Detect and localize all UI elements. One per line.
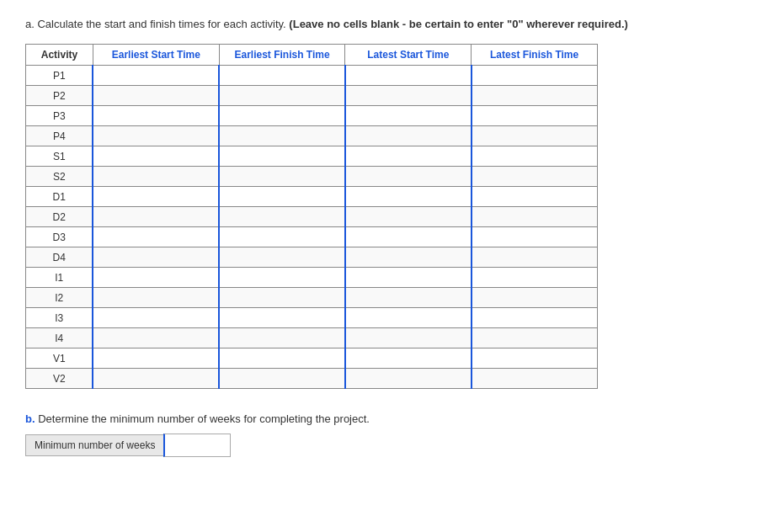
earliest-finish-input[interactable] xyxy=(220,126,344,146)
latest-finish-input[interactable] xyxy=(472,187,597,206)
earliest-finish-input[interactable] xyxy=(220,187,344,206)
earliest-finish-cell[interactable] xyxy=(219,86,345,106)
latest-finish-cell[interactable] xyxy=(472,369,598,389)
earliest-finish-input[interactable] xyxy=(220,328,344,348)
earliest-start-cell[interactable] xyxy=(93,308,219,328)
earliest-start-cell[interactable] xyxy=(93,247,219,268)
earliest-finish-cell[interactable] xyxy=(219,66,345,86)
earliest-start-input[interactable] xyxy=(93,288,218,307)
earliest-finish-input[interactable] xyxy=(220,207,344,226)
latest-start-cell[interactable] xyxy=(345,308,472,328)
earliest-start-cell[interactable] xyxy=(93,187,219,207)
latest-finish-input[interactable] xyxy=(472,369,597,388)
latest-start-cell[interactable] xyxy=(345,348,472,369)
latest-start-input[interactable] xyxy=(346,106,471,125)
latest-start-cell[interactable] xyxy=(345,86,472,106)
latest-finish-input[interactable] xyxy=(472,268,597,287)
latest-finish-input[interactable] xyxy=(472,288,597,307)
earliest-finish-cell[interactable] xyxy=(219,308,345,328)
earliest-start-input[interactable] xyxy=(93,247,218,267)
latest-finish-input[interactable] xyxy=(472,247,597,267)
earliest-finish-input[interactable] xyxy=(220,86,344,105)
latest-finish-input[interactable] xyxy=(472,348,597,368)
latest-start-cell[interactable] xyxy=(345,66,472,86)
earliest-finish-cell[interactable] xyxy=(219,268,345,288)
latest-start-cell[interactable] xyxy=(345,146,472,167)
latest-finish-input[interactable] xyxy=(472,308,597,327)
latest-finish-input[interactable] xyxy=(472,328,597,348)
latest-start-cell[interactable] xyxy=(345,106,472,126)
earliest-finish-input[interactable] xyxy=(220,106,344,125)
latest-start-input[interactable] xyxy=(346,207,471,226)
latest-start-input[interactable] xyxy=(346,268,471,287)
latest-start-input[interactable] xyxy=(346,247,471,267)
earliest-start-input[interactable] xyxy=(93,348,218,368)
min-weeks-input[interactable] xyxy=(163,434,231,457)
earliest-start-input[interactable] xyxy=(93,106,218,125)
earliest-finish-cell[interactable] xyxy=(219,328,345,348)
latest-start-input[interactable] xyxy=(346,187,471,206)
earliest-finish-cell[interactable] xyxy=(219,227,345,247)
latest-start-input[interactable] xyxy=(346,308,471,327)
earliest-start-cell[interactable] xyxy=(93,207,219,227)
latest-start-cell[interactable] xyxy=(345,247,472,268)
earliest-start-input[interactable] xyxy=(93,308,218,327)
latest-finish-cell[interactable] xyxy=(472,207,598,227)
latest-finish-cell[interactable] xyxy=(472,187,598,207)
latest-finish-cell[interactable] xyxy=(472,268,598,288)
earliest-start-input[interactable] xyxy=(93,227,218,247)
earliest-start-cell[interactable] xyxy=(93,268,219,288)
earliest-finish-cell[interactable] xyxy=(219,207,345,227)
latest-start-cell[interactable] xyxy=(345,187,472,207)
latest-finish-cell[interactable] xyxy=(472,126,598,146)
earliest-finish-cell[interactable] xyxy=(219,167,345,187)
earliest-finish-cell[interactable] xyxy=(219,146,345,167)
earliest-start-input[interactable] xyxy=(93,167,218,186)
earliest-finish-input[interactable] xyxy=(220,369,344,388)
earliest-finish-input[interactable] xyxy=(220,167,344,186)
earliest-finish-input[interactable] xyxy=(220,288,344,307)
earliest-finish-input[interactable] xyxy=(220,268,344,287)
latest-start-cell[interactable] xyxy=(345,227,472,247)
latest-start-cell[interactable] xyxy=(345,369,472,389)
latest-start-cell[interactable] xyxy=(345,207,472,227)
latest-finish-input[interactable] xyxy=(472,66,597,85)
earliest-finish-cell[interactable] xyxy=(219,247,345,268)
earliest-start-cell[interactable] xyxy=(93,328,219,348)
earliest-finish-input[interactable] xyxy=(220,348,344,368)
earliest-finish-cell[interactable] xyxy=(219,348,345,369)
earliest-start-input[interactable] xyxy=(93,369,218,388)
earliest-start-cell[interactable] xyxy=(93,167,219,187)
latest-finish-input[interactable] xyxy=(472,146,597,166)
latest-finish-cell[interactable] xyxy=(472,348,598,369)
latest-start-input[interactable] xyxy=(346,167,471,186)
latest-finish-cell[interactable] xyxy=(472,308,598,328)
earliest-start-input[interactable] xyxy=(93,86,218,105)
latest-start-input[interactable] xyxy=(346,348,471,368)
earliest-finish-cell[interactable] xyxy=(219,106,345,126)
earliest-start-cell[interactable] xyxy=(93,66,219,86)
earliest-finish-cell[interactable] xyxy=(219,369,345,389)
latest-finish-cell[interactable] xyxy=(472,328,598,348)
earliest-start-cell[interactable] xyxy=(93,126,219,146)
latest-start-input[interactable] xyxy=(346,66,471,85)
earliest-start-cell[interactable] xyxy=(93,86,219,106)
latest-start-input[interactable] xyxy=(346,369,471,388)
earliest-start-cell[interactable] xyxy=(93,106,219,126)
latest-start-cell[interactable] xyxy=(345,328,472,348)
latest-start-cell[interactable] xyxy=(345,167,472,187)
latest-start-cell[interactable] xyxy=(345,288,472,308)
latest-finish-input[interactable] xyxy=(472,227,597,247)
latest-start-input[interactable] xyxy=(346,86,471,105)
latest-start-input[interactable] xyxy=(346,146,471,166)
latest-finish-cell[interactable] xyxy=(472,66,598,86)
earliest-finish-cell[interactable] xyxy=(219,126,345,146)
earliest-start-input[interactable] xyxy=(93,268,218,287)
earliest-finish-input[interactable] xyxy=(220,227,344,247)
latest-finish-cell[interactable] xyxy=(472,288,598,308)
earliest-finish-cell[interactable] xyxy=(219,187,345,207)
latest-finish-input[interactable] xyxy=(472,106,597,125)
earliest-start-input[interactable] xyxy=(93,146,218,166)
latest-start-input[interactable] xyxy=(346,126,471,146)
latest-start-cell[interactable] xyxy=(345,268,472,288)
